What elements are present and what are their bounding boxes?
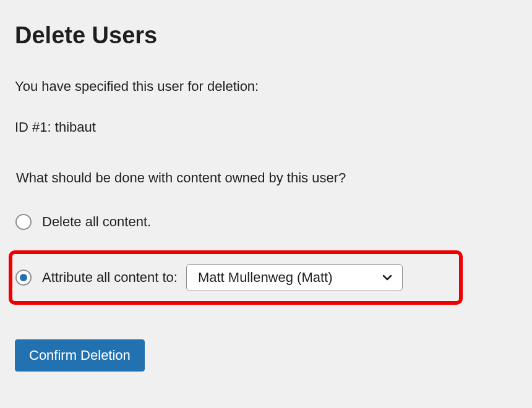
highlight-attribute-option: Attribute all content to: Matt Mullenweg… — [9, 250, 463, 305]
intro-text: You have specified this user for deletio… — [15, 79, 517, 95]
chevron-down-icon — [381, 271, 393, 284]
option-delete-all[interactable]: Delete all content. — [15, 211, 517, 233]
user-list-item: ID #1: thibaut — [15, 119, 517, 135]
option-attribute-to-label: Attribute all content to: — [42, 270, 178, 286]
option-delete-all-label: Delete all content. — [42, 214, 151, 230]
page-title: Delete Users — [15, 22, 517, 49]
confirm-deletion-button[interactable]: Confirm Deletion — [15, 339, 145, 372]
option-attribute-to[interactable]: Attribute all content to: Matt Mullenweg… — [15, 264, 403, 291]
reassign-user-selected-value: Matt Mullenweg (Matt) — [198, 270, 333, 286]
reassign-user-select[interactable]: Matt Mullenweg (Matt) — [186, 264, 403, 291]
radio-attribute-to[interactable] — [15, 270, 32, 286]
content-question: What should be done with content owned b… — [16, 170, 517, 186]
radio-delete-all[interactable] — [15, 214, 32, 230]
